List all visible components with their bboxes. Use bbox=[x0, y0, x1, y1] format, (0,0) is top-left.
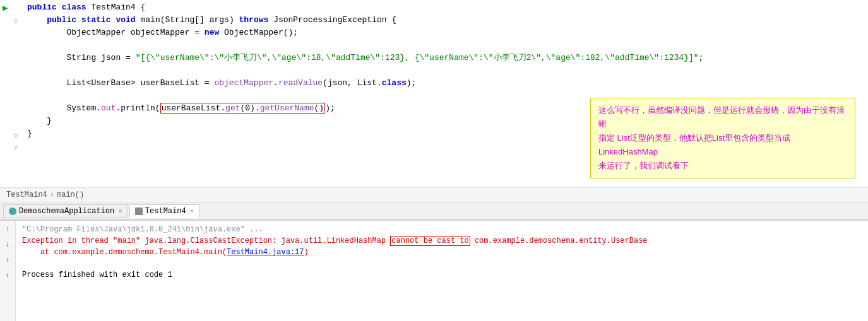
breadcrumb-bar: TestMain4 › main() bbox=[0, 187, 868, 202]
gutter: ▶ ▽ ▽ ▽ bbox=[0, 0, 22, 187]
run-arrow-icon: ▶ bbox=[3, 3, 8, 13]
tab-test-close[interactable]: × bbox=[190, 207, 194, 215]
scroll-up-button[interactable]: ↑ bbox=[2, 224, 13, 235]
annotation-text: 这么写不行，虽然编译没问题，但是运行就会报错，因为由于没有清晰指定 List泛型… bbox=[598, 105, 845, 170]
scroll-top-button[interactable]: ⇑ bbox=[2, 254, 13, 266]
annotation-box: 这么写不行，虽然编译没问题，但是运行就会报错，因为由于没有清晰指定 List泛型… bbox=[590, 98, 855, 178]
code-line-5: String json = "[{\"userName\":\"小李飞刀\",\… bbox=[27, 52, 868, 64]
code-line-6 bbox=[27, 64, 868, 77]
fold-icon-2[interactable]: ▽ bbox=[14, 132, 18, 140]
console-line-3: at com.example.demoschema.TestMain4.main… bbox=[22, 247, 862, 258]
breadcrumb-sep: › bbox=[50, 190, 54, 199]
stack-trace-link[interactable]: TestMain4.java:17 bbox=[227, 248, 304, 257]
tab-test-label: TestMain4 bbox=[145, 207, 186, 216]
breadcrumb-method[interactable]: main() bbox=[57, 190, 84, 199]
console-area: ↑ ↓ ⇑ ⇓ "C:\Program Files\Java\jdk1.8.0_… bbox=[0, 220, 868, 321]
code-line-7: List<UserBase> userBaseList = objectMapp… bbox=[27, 77, 868, 90]
tab-demo-label: DemoschemaApplication bbox=[19, 207, 114, 216]
tab-bar: DemoschemaApplication × TestMain4 × bbox=[0, 202, 868, 220]
tab-demo-close[interactable]: × bbox=[118, 207, 122, 215]
scroll-bottom-button[interactable]: ⇓ bbox=[2, 269, 13, 281]
console-line-4 bbox=[22, 258, 862, 269]
code-line-4 bbox=[27, 39, 868, 52]
console-content: "C:\Program Files\Java\jdk1.8.0_241\bin\… bbox=[16, 221, 868, 321]
tab-testmain4[interactable]: TestMain4 × bbox=[129, 204, 199, 218]
tab-demoschema[interactable]: DemoschemaApplication × bbox=[3, 204, 128, 218]
fold-icon-3[interactable]: ▽ bbox=[14, 144, 18, 151]
console-line-2: Exception in thread "main" java.lang.Cla… bbox=[22, 235, 862, 247]
cannot-be-cast-highlight: cannot be cast to bbox=[390, 236, 470, 246]
code-line-3: ObjectMapper objectMapper = new ObjectMa… bbox=[27, 26, 868, 39]
console-sidebar: ↑ ↓ ⇑ ⇓ bbox=[0, 221, 16, 321]
fold-icon-1[interactable]: ▽ bbox=[14, 18, 18, 25]
breadcrumb-class[interactable]: TestMain4 bbox=[6, 190, 47, 199]
code-line-1: public class TestMain4 { bbox=[27, 1, 868, 14]
scroll-down-button[interactable]: ↓ bbox=[2, 239, 13, 250]
code-line-2: public static void main(String[] args) t… bbox=[27, 14, 868, 26]
test-main-icon bbox=[135, 207, 143, 215]
console-line-5: Process finished with exit code 1 bbox=[22, 269, 862, 281]
editor-area: ▶ ▽ ▽ ▽ public class TestMain4 { public … bbox=[0, 0, 868, 187]
console-line-1: "C:\Program Files\Java\jdk1.8.0_241\bin\… bbox=[22, 224, 862, 235]
demo-app-icon bbox=[9, 207, 16, 215]
